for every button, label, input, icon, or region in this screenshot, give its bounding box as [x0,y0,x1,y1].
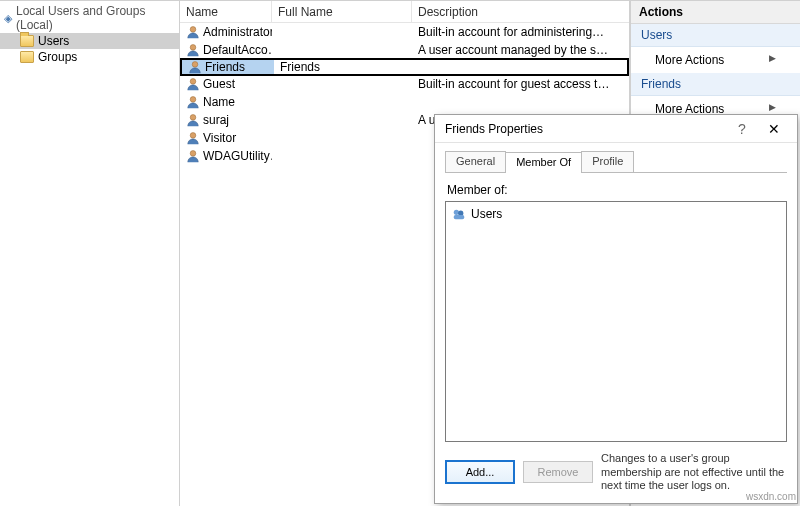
svg-point-1 [190,45,196,51]
user-name: Administrator [203,25,272,39]
group-icon [452,207,466,221]
list-item[interactable]: Users [450,206,782,222]
add-button[interactable]: Add... [445,460,515,484]
close-button[interactable]: ✕ [757,121,791,137]
table-row[interactable]: AdministratorBuilt-in account for admini… [180,23,629,41]
chevron-right-icon: ▶ [769,102,776,112]
tree-root[interactable]: ◈ Local Users and Groups (Local) [0,3,179,33]
chevron-right-icon: ▶ [769,53,776,63]
dialog-tabs: General Member Of Profile [445,151,787,173]
actions-header: Actions [631,1,800,24]
tab-general[interactable]: General [445,151,506,172]
tree-root-label: Local Users and Groups (Local) [16,4,175,32]
user-icon [186,25,200,39]
column-name[interactable]: Name [180,1,272,22]
svg-point-7 [190,151,196,157]
member-name: Users [471,207,502,221]
user-icon [188,60,202,74]
user-description: A user account managed by the s… [412,43,629,57]
user-icon [186,149,200,163]
folder-icon [20,35,34,47]
svg-point-2 [192,62,198,68]
dialog-body: General Member Of Profile Member of: Use… [435,143,797,503]
user-name: WDAGUtility… [203,149,272,163]
column-description[interactable]: Description [412,1,629,22]
actions-link-label: More Actions [655,53,724,67]
user-fullname: Friends [274,60,414,74]
svg-point-8 [454,210,459,215]
dialog-title: Friends Properties [445,122,727,136]
tab-profile[interactable]: Profile [581,151,634,172]
membership-hint: Changes to a user's group membership are… [601,452,787,493]
user-name: Name [203,95,235,109]
tab-member-of[interactable]: Member Of [505,152,582,173]
user-icon [186,113,200,127]
svg-point-3 [190,79,196,85]
svg-point-6 [190,133,196,139]
table-row[interactable]: FriendsFriends [180,58,629,76]
user-description: Built-in account for guest access t… [412,77,629,91]
actions-section-friends: Friends [631,73,800,96]
user-name: Guest [203,77,235,91]
watermark: wsxdn.com [746,491,796,502]
actions-section-users: Users [631,24,800,47]
tree-item-groups[interactable]: Groups [0,49,179,65]
column-fullname[interactable]: Full Name [272,1,412,22]
tree-root-icon: ◈ [4,12,12,25]
dialog-button-row: Add... Remove Changes to a user's group … [445,452,787,493]
tree-panel: ◈ Local Users and Groups (Local) Users G… [0,1,180,506]
member-list[interactable]: Users [445,201,787,442]
folder-icon [20,51,34,63]
user-icon [186,43,200,57]
user-icon [186,131,200,145]
svg-point-5 [190,115,196,121]
properties-dialog: Friends Properties ? ✕ General Member Of… [434,114,798,504]
user-description: Built-in account for administering… [412,25,629,39]
user-name: suraj [203,113,229,127]
actions-more-users[interactable]: More Actions ▶ [631,47,800,73]
user-icon [186,77,200,91]
tree-item-users[interactable]: Users [0,33,179,49]
user-name: Friends [205,60,245,74]
user-name: Visitor [203,131,236,145]
user-name: DefaultAcco… [203,43,272,57]
table-row[interactable]: DefaultAcco…A user account managed by th… [180,41,629,59]
tree-item-label: Groups [38,50,77,64]
tree-item-label: Users [38,34,69,48]
svg-point-4 [190,97,196,103]
svg-rect-10 [454,215,465,219]
column-headers: Name Full Name Description [180,1,629,23]
member-of-label: Member of: [447,183,785,197]
dialog-titlebar[interactable]: Friends Properties ? ✕ [435,115,797,143]
table-row[interactable]: Name [180,93,629,111]
remove-button: Remove [523,461,593,483]
table-row[interactable]: GuestBuilt-in account for guest access t… [180,75,629,93]
svg-point-0 [190,27,196,33]
user-icon [186,95,200,109]
help-button[interactable]: ? [727,121,757,137]
